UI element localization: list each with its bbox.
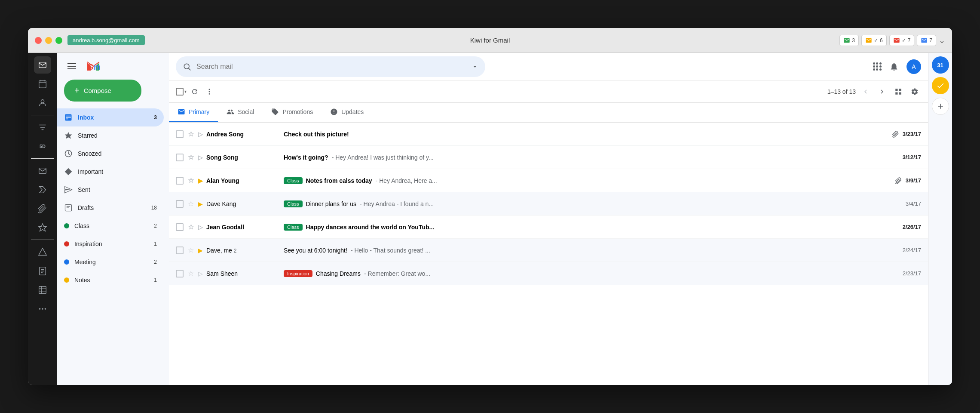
sidebar-item-meeting[interactable]: Meeting 2 — [57, 253, 164, 271]
tab-promotions[interactable]: Promotions — [263, 103, 322, 122]
notifications-bell[interactable] — [887, 59, 901, 74]
select-all-wrap[interactable]: ▾ — [176, 88, 187, 96]
sidebar-icon-starred[interactable] — [34, 219, 51, 236]
email-subject-2: How's it going? - Hey Andrea! I was just… — [284, 154, 894, 161]
email-star-4[interactable]: ☆ — [188, 200, 194, 208]
app-sidebar: 5D — [28, 53, 57, 385]
email-star-7[interactable]: ☆ — [188, 269, 194, 277]
sidebar-icon-sheets[interactable] — [34, 281, 51, 299]
email-toolbar: ▾ 1–13 of 13 — [169, 80, 928, 103]
sidebar-icon-attachment[interactable] — [34, 200, 51, 217]
sidebar-item-drafts[interactable]: Drafts 18 — [57, 199, 164, 217]
inbox-label: Inbox — [78, 114, 94, 121]
app-window: andrea.b.song@gmail.com Kiwi for Gmail 3… — [28, 28, 952, 385]
email-forward-4[interactable]: ▶ — [198, 200, 203, 207]
select-all-checkbox[interactable] — [176, 88, 184, 96]
search-dropdown-icon[interactable] — [472, 63, 478, 70]
email-row-3[interactable]: ☆ ▶ Alan Young Class Notes from calss to… — [169, 169, 928, 192]
more-apps-icon[interactable]: ⌄ — [939, 36, 945, 45]
email-checkbox-4[interactable] — [176, 200, 184, 208]
sidebar-item-class[interactable]: Class 2 — [57, 217, 164, 235]
email-forward-2[interactable]: ▷ — [198, 154, 203, 161]
clock-icon — [64, 149, 73, 158]
prev-page-button[interactable] — [859, 85, 872, 98]
sidebar-item-snoozed[interactable]: Snoozed — [57, 145, 164, 163]
email-forward-3[interactable]: ▶ — [198, 177, 203, 184]
email-star-2[interactable]: ☆ — [188, 153, 194, 161]
email-sender-5: Jean Goodall — [206, 224, 275, 231]
email-subject-1: Check out this picture! — [284, 131, 884, 138]
search-input-wrap[interactable] — [176, 56, 485, 77]
right-tasks-btn[interactable] — [932, 77, 949, 94]
sidebar-icon-doc[interactable] — [34, 262, 51, 280]
mail-badge-4: 7 — [917, 35, 936, 46]
email-star-6[interactable]: ☆ — [188, 246, 194, 254]
compose-button[interactable]: + Compose — [64, 80, 141, 102]
tab-social[interactable]: Social — [218, 103, 263, 122]
more-options-button[interactable] — [203, 85, 216, 98]
email-row-5[interactable]: ☆ ▷ Jean Goodall Class Happy dances arou… — [169, 216, 928, 239]
select-dropdown-arrow[interactable]: ▾ — [184, 89, 187, 94]
sidebar-icon-mail2[interactable] — [34, 162, 51, 179]
email-forward-1[interactable]: ▷ — [198, 131, 203, 138]
right-add-btn[interactable] — [932, 98, 949, 115]
compose-label: Compose — [84, 87, 111, 94]
sidebar-icon-gmail[interactable] — [34, 56, 51, 74]
email-checkbox-1[interactable] — [176, 130, 184, 138]
mail-badge-2: ✓ 6 — [861, 35, 887, 46]
sidebar-icon-label[interactable] — [34, 181, 51, 198]
sidebar-item-inbox[interactable]: Inbox 3 — [57, 108, 164, 126]
sidebar-item-notes[interactable]: Notes 1 — [57, 271, 164, 289]
account-email[interactable]: andrea.b.song@gmail.com — [67, 35, 145, 45]
email-checkbox-2[interactable] — [176, 154, 184, 161]
email-row-4[interactable]: ☆ ▶ Dave Kang Class Dinner plans for us … — [169, 192, 928, 216]
minimize-button[interactable] — [45, 37, 52, 44]
sidebar-icon-contacts[interactable] — [34, 94, 51, 111]
hamburger-menu[interactable] — [64, 60, 80, 73]
sidebar-icon-calendar[interactable] — [34, 75, 51, 92]
email-checkbox-7[interactable] — [176, 270, 184, 277]
sidebar-item-sent[interactable]: Sent — [57, 181, 164, 199]
email-star-3[interactable]: ☆ — [188, 176, 194, 185]
email-forward-5[interactable]: ▷ — [198, 224, 203, 231]
email-tag-inspiration-7: Inspiration — [284, 270, 312, 277]
sidebar-icon-5d[interactable]: 5D — [34, 138, 51, 155]
main-container: 5D — [28, 53, 952, 385]
email-star-5[interactable]: ☆ — [188, 223, 194, 231]
tab-primary[interactable]: Primary — [169, 103, 218, 122]
svg-rect-6 — [39, 168, 46, 174]
sidebar-item-important[interactable]: Important — [57, 163, 164, 181]
gmail-header-bar: Gmail — [57, 56, 169, 76]
sidebar-item-starred[interactable]: Starred — [57, 126, 164, 145]
sidebar-icon-filter[interactable] — [34, 119, 51, 136]
settings-button[interactable] — [908, 85, 921, 98]
email-checkbox-3[interactable] — [176, 177, 184, 185]
sidebar-icon-more[interactable] — [34, 300, 51, 317]
meeting-label: Meeting — [74, 259, 96, 265]
email-row-1[interactable]: ☆ ▷ Andrea Song Check out this picture! … — [169, 123, 928, 146]
refresh-button[interactable] — [188, 85, 201, 98]
email-checkbox-5[interactable] — [176, 223, 184, 231]
view-options-button[interactable] — [892, 85, 905, 98]
maximize-button[interactable] — [55, 37, 62, 44]
close-button[interactable] — [35, 37, 42, 44]
email-row-2[interactable]: ☆ ▷ Song Song How's it going? - Hey Andr… — [169, 146, 928, 169]
user-avatar[interactable]: A — [906, 59, 921, 74]
tab-updates[interactable]: Updates — [322, 103, 372, 122]
tab-social-label: Social — [238, 108, 254, 115]
email-forward-6[interactable]: ▶ — [198, 247, 203, 254]
sidebar-icon-drive[interactable] — [34, 243, 51, 261]
mail-badge-1: 3 — [839, 35, 859, 46]
search-input[interactable] — [196, 63, 472, 71]
email-star-1[interactable]: ☆ — [188, 130, 194, 138]
email-row-7[interactable]: ☆ ▷ Sam Sheen Inspiration Chasing Dreams… — [169, 262, 928, 285]
email-checkbox-6[interactable] — [176, 247, 184, 254]
email-row-6[interactable]: ☆ ▶ Dave, me 2 See you at 6:00 tonight! … — [169, 239, 928, 262]
svg-rect-36 — [899, 92, 901, 94]
email-subject-5: Class Happy dances around the world on Y… — [284, 224, 894, 231]
right-calendar-btn[interactable]: 31 — [932, 56, 949, 74]
sidebar-item-inspiration[interactable]: Inspiration 1 — [57, 235, 164, 253]
email-forward-7[interactable]: ▷ — [198, 270, 203, 277]
apps-grid-icon[interactable] — [873, 62, 882, 71]
next-page-button[interactable] — [876, 85, 888, 98]
